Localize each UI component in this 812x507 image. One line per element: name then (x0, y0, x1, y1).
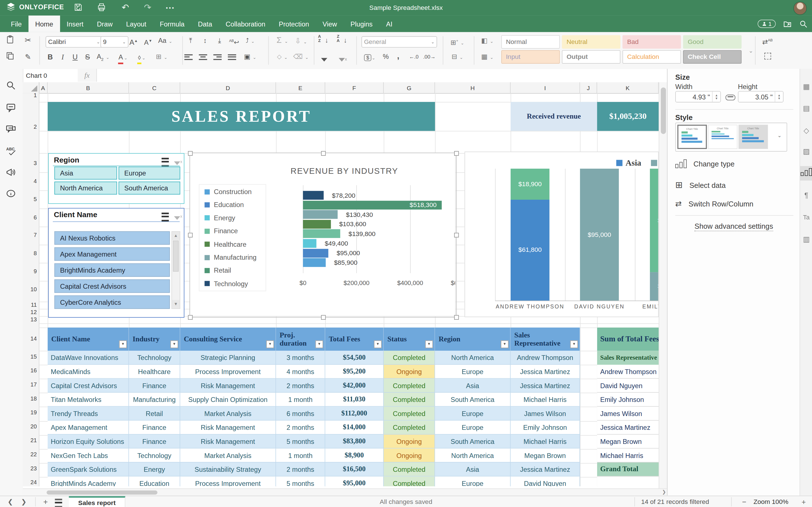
column-header-A[interactable]: A (39, 82, 48, 93)
decrease-font-button[interactable]: A▼ (142, 36, 154, 46)
row-header-8[interactable]: 8 (23, 250, 37, 256)
align-right-button[interactable] (213, 53, 221, 63)
format-as-table-button[interactable]: ▦ ⌄ (478, 52, 496, 62)
cell-proj-duration[interactable]: 4 months (276, 365, 325, 379)
zoom-out-button[interactable]: − (740, 496, 749, 507)
paste-button[interactable] (6, 35, 18, 46)
cell-sales-representative[interactable]: James Wilson (511, 407, 580, 421)
cell-proj-duration[interactable]: 2 months (276, 462, 325, 476)
strikethrough-button[interactable]: S (83, 52, 92, 62)
table-header-proj-duration[interactable]: Proj. duration▼ (276, 328, 325, 351)
selection-handle[interactable] (188, 315, 193, 320)
comments-button[interactable] (6, 103, 17, 114)
cell-region[interactable]: Europe (435, 476, 511, 487)
insert-function-button[interactable]: fx (78, 69, 97, 82)
scrollbar-thumb[interactable] (47, 490, 157, 495)
table-header-region[interactable]: Region▼ (435, 328, 511, 351)
copy-style-button[interactable]: ✎ (22, 52, 34, 62)
cell-region[interactable]: North America (435, 351, 511, 365)
pivot-grand-total[interactable]: Grand Total (597, 462, 659, 476)
align-center-button[interactable] (199, 53, 207, 63)
horizontal-scrollbar[interactable]: ❯ (23, 489, 667, 496)
revenue-by-industry-chart[interactable]: REVENUE BY INDUSTRY ConstructionEducatio… (190, 153, 456, 317)
user-avatar[interactable] (794, 2, 807, 15)
cell-total-fees[interactable]: $95,000 (325, 476, 384, 487)
pivot-row-james-wilson[interactable]: James Wilson (597, 407, 659, 421)
named-ranges-button[interactable]: ⬦ ⌄ (273, 52, 291, 62)
cell-total-fees[interactable]: $42,000 (325, 379, 384, 393)
cell-consulting-service[interactable]: Market Analysis (180, 448, 276, 462)
cell-proj-duration[interactable]: 5 months (276, 435, 325, 449)
table-header-status[interactable]: Status▼ (384, 328, 435, 351)
filter-button[interactable] (318, 53, 331, 63)
selection-handle[interactable] (188, 151, 193, 156)
menu-tab-layout[interactable]: Layout (119, 15, 153, 32)
selection-handle[interactable] (454, 233, 459, 238)
spreadsheet-grid[interactable]: ABCDEFGHIJK 1234567891011121314151617181… (23, 82, 667, 496)
column-header-H[interactable]: H (435, 82, 511, 93)
column-header-I[interactable]: I (511, 82, 580, 93)
row-header-4[interactable]: 4 (23, 178, 37, 184)
row-header-5[interactable]: 5 (23, 196, 37, 202)
cell-proj-duration[interactable]: 5 months (276, 476, 325, 487)
paragraph-settings-icon[interactable]: ¶ (800, 188, 812, 202)
show-advanced-settings-link[interactable]: Show advanced settings (668, 222, 800, 230)
pivot-row-emily-johnson[interactable]: Emily Johnson (597, 393, 659, 407)
cell-sales-representative[interactable]: Jessica Martinez (511, 365, 580, 379)
orientation-button[interactable]: ⤴ ⌄ (243, 36, 258, 46)
cell-industry[interactable]: Finance (129, 435, 180, 449)
region-option-south-america[interactable]: South America (119, 182, 181, 194)
region-option-europe[interactable]: Europe (119, 166, 181, 179)
menu-tab-plugins[interactable]: Plugins (344, 15, 379, 32)
menu-tab-collaboration[interactable]: Collaboration (219, 15, 272, 32)
selection-handle[interactable] (454, 151, 459, 156)
scrollbar-thumb[interactable] (661, 87, 666, 134)
pivot-row-jessica-martinez[interactable]: Jessica Martinez (597, 420, 659, 435)
active-users-badge[interactable]: 1 (758, 20, 776, 28)
region-slicer[interactable]: Region x AsiaEuropeNorth AmericaSouth Am… (48, 153, 185, 204)
width-input[interactable]: 4.93 " ▲▼ (675, 91, 721, 102)
row-header-19[interactable]: 19 (23, 409, 37, 415)
slicer-settings-icon[interactable] (161, 213, 169, 221)
row-header-13[interactable]: 13 (23, 316, 37, 322)
decrease-decimal-button[interactable]: ←.0 (407, 52, 421, 62)
copy-button[interactable] (6, 52, 18, 62)
height-input[interactable]: 3.05 " ▲▼ (738, 91, 783, 102)
row-header-10[interactable]: 10 (23, 286, 37, 292)
menu-tab-view[interactable]: View (316, 15, 344, 32)
autosum-button[interactable]: Σ ⌄ (273, 35, 291, 46)
cell-style-neutral[interactable]: Neutral (562, 35, 620, 49)
borders-button[interactable]: ⊞ ⌄ (153, 52, 170, 62)
consulting-table[interactable]: Client Name▼Industry▼Consulting Service▼… (48, 328, 580, 487)
filter-dropdown-icon[interactable]: ▼ (570, 341, 578, 348)
subscript-button[interactable]: A2 ⌄ (95, 52, 111, 62)
cell-status[interactable]: Completed (384, 351, 435, 365)
cell-region[interactable]: Europe (435, 407, 511, 421)
name-box[interactable]: Chart 0 ⌄ (23, 69, 85, 82)
insert-cells-button[interactable]: ⊞+ ⌄ (449, 36, 466, 46)
chart-style-option[interactable]: Chart Title (708, 125, 738, 149)
chart-style-option[interactable]: Chart Title (739, 125, 768, 149)
client-option-apex-management[interactable]: Apex Management (54, 247, 170, 261)
cell-industry[interactable]: Technology (129, 351, 180, 365)
cell-region[interactable]: South America (435, 393, 511, 407)
row-header-11[interactable]: 11 (23, 302, 37, 308)
menu-tab-insert[interactable]: Insert (60, 15, 90, 32)
pivot-row-andrew-thompson[interactable]: Andrew Thompson (597, 365, 659, 379)
feedback-button[interactable] (6, 167, 17, 178)
wrap-text-button[interactable]: AB↩ (228, 36, 240, 46)
cell-style-calculation[interactable]: Calculation (622, 50, 681, 64)
slicer-scrollbar[interactable]: ▲ ▼ (171, 231, 180, 309)
font-size-select[interactable]: 9⌄ (100, 36, 128, 48)
cell-proj-duration[interactable]: 6 months (276, 407, 325, 421)
row-header-22[interactable]: 22 (23, 451, 37, 457)
cell-total-fees[interactable]: $54,500 (325, 351, 384, 365)
cell-total-fees[interactable]: $16,500 (325, 462, 384, 476)
column-header-K[interactable]: K (597, 82, 659, 93)
cell-region[interactable]: South America (435, 435, 511, 449)
row-header-2[interactable]: 2 (23, 124, 37, 130)
table-settings-icon[interactable]: ▤ (800, 101, 812, 115)
row-header-16[interactable]: 16 (23, 367, 37, 374)
fill-color-button[interactable]: ⬨⌄ (134, 52, 149, 62)
cell-total-fees[interactable]: $95,200 (325, 365, 384, 379)
